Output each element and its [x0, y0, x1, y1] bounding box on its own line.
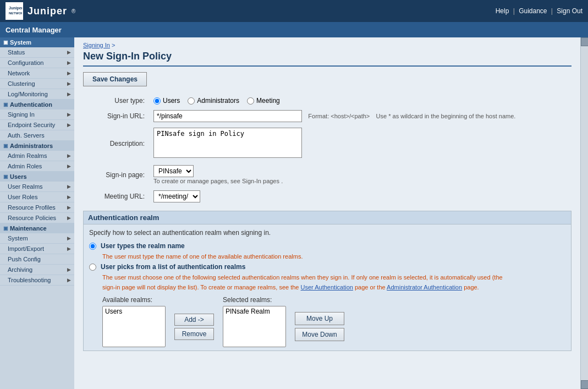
- user-type-radio-group: Users Administrators Meeting: [153, 97, 515, 105]
- realm-option2-label: User picks from a list of authentication…: [101, 263, 245, 271]
- sidebar-section-users[interactable]: Users: [0, 172, 74, 182]
- sidebar-item-auth-servers[interactable]: Auth. Servers: [0, 130, 74, 141]
- sidebar-item-network[interactable]: Network▶: [0, 68, 74, 79]
- breadcrumb-link[interactable]: Signing In: [83, 42, 110, 48]
- sidebar-item-user-roles[interactable]: User Roles▶: [0, 192, 74, 202]
- brand-name: Juniper: [28, 6, 67, 17]
- sidebar-item-user-realms[interactable]: User Realms▶: [0, 182, 74, 192]
- remove-button[interactable]: Remove: [174, 328, 214, 340]
- guidance-link[interactable]: Guidance: [519, 7, 547, 15]
- sidebar-item-configuration[interactable]: Configuration▶: [0, 58, 74, 68]
- svg-text:Juniper: Juniper: [9, 6, 22, 10]
- logo-box: Juniper NETWORKS: [6, 2, 23, 20]
- description-label: Description:: [83, 125, 149, 162]
- signin-pages-link[interactable]: Sign-In pages: [242, 178, 279, 184]
- radio-users[interactable]: Users: [153, 97, 180, 105]
- header: Juniper NETWORKS Juniper ® Help | Guidan…: [0, 0, 588, 22]
- main-content: Signing In > New Sign-In Policy Save Cha…: [74, 37, 580, 389]
- sidebar-item-admin-roles[interactable]: Admin Roles▶: [0, 161, 74, 172]
- user-auth-link[interactable]: User Authentication: [301, 284, 353, 291]
- realm-description: Specify how to select an authentication …: [89, 229, 565, 237]
- realm-option2-desc1: The user must choose one of the followin…: [102, 274, 565, 281]
- radio-meeting[interactable]: Meeting: [247, 97, 280, 105]
- selected-realm-item[interactable]: PINsafe Realm: [223, 306, 285, 316]
- signin-url-format: Format: <host>/<path>: [308, 113, 370, 119]
- realms-container: Available realms: Users Add -> Remove Se…: [102, 296, 565, 347]
- meeting-url-select[interactable]: */meeting/: [153, 190, 200, 202]
- add-button[interactable]: Add ->: [174, 314, 214, 326]
- add-remove-buttons: Add -> Remove: [174, 296, 214, 347]
- sidebar-item-resource-profiles[interactable]: Resource Profiles▶: [0, 202, 74, 213]
- available-realms-listbox[interactable]: Users: [102, 306, 166, 347]
- topbar-title: Central Manager: [6, 26, 62, 34]
- sidebar-item-archiving[interactable]: Archiving▶: [0, 265, 74, 275]
- signin-page-hint: To create or manage pages, see: [153, 178, 240, 184]
- signin-url-hint: Use * as wildcard in the beginning of th…: [376, 113, 516, 119]
- header-links: Help | Guidance | Sign Out: [496, 7, 582, 15]
- save-changes-button[interactable]: Save Changes: [83, 72, 147, 86]
- move-up-button[interactable]: Move Up: [295, 312, 344, 325]
- scrollbar[interactable]: [580, 37, 588, 389]
- signin-page-label: Sign-in page:: [83, 162, 149, 188]
- available-realms-container: Available realms: Users: [102, 296, 166, 347]
- realm-option2[interactable]: User picks from a list of authentication…: [89, 263, 565, 271]
- signin-page-select[interactable]: PINsafe: [153, 165, 194, 177]
- sidebar-item-troubleshooting[interactable]: Troubleshooting▶: [0, 275, 74, 286]
- logo: Juniper NETWORKS Juniper ®: [6, 2, 75, 20]
- brand-tm: ®: [72, 8, 75, 14]
- selected-realms-container: Selected realms: PINsafe Realm: [223, 296, 286, 347]
- radio-administrators[interactable]: Administrators: [188, 97, 239, 105]
- sidebar-section-authentication[interactable]: Authentication: [0, 100, 74, 109]
- form-table: User type: Users Administrators Meeting: [83, 94, 520, 205]
- user-type-label: User type:: [83, 94, 149, 107]
- sidebar-item-signing-in[interactable]: Signing In▶: [0, 109, 74, 120]
- available-realms-label: Available realms:: [102, 296, 166, 304]
- svg-text:NETWORKS: NETWORKS: [9, 12, 22, 15]
- sidebar-item-log-monitoring[interactable]: Log/Monitoring▶: [0, 89, 74, 100]
- selected-realms-label: Selected realms:: [223, 296, 286, 304]
- sidebar-item-clustering[interactable]: Clustering▶: [0, 79, 74, 89]
- sidebar-item-system[interactable]: System▶: [0, 233, 74, 244]
- help-link[interactable]: Help: [496, 7, 509, 15]
- move-buttons: Move Up Move Down: [295, 296, 344, 347]
- realm-option1-radio[interactable]: [89, 243, 96, 250]
- selected-realms-listbox[interactable]: PINsafe Realm: [223, 306, 286, 347]
- topbar: Central Manager: [0, 22, 588, 37]
- realm-option1[interactable]: User types the realm name: [89, 242, 565, 250]
- sidebar-section-administrators[interactable]: Administrators: [0, 141, 74, 151]
- signin-url-input[interactable]: [153, 110, 302, 122]
- sidebar-item-admin-realms[interactable]: Admin Realms▶: [0, 151, 74, 161]
- sidebar-section-maintenance[interactable]: Maintenance: [0, 223, 74, 233]
- meeting-url-label: Meeting URL:: [83, 188, 149, 205]
- sidebar-item-resource-policies[interactable]: Resource Policies▶: [0, 213, 74, 223]
- sidebar-item-endpoint-security[interactable]: Endpoint Security▶: [0, 120, 74, 130]
- realm-option2-radio[interactable]: [89, 264, 96, 271]
- available-realm-item[interactable]: Users: [103, 306, 165, 316]
- realm-option1-desc: The user must type the name of one of th…: [102, 253, 565, 260]
- sidebar-item-push-config[interactable]: Push Config: [0, 254, 74, 265]
- sidebar-item-status[interactable]: Status▶: [0, 47, 74, 58]
- breadcrumb: Signing In >: [83, 42, 571, 48]
- realm-section: Authentication realm Specify how to sele…: [83, 211, 571, 351]
- move-down-button[interactable]: Move Down: [295, 328, 344, 341]
- description-textarea[interactable]: PINsafe sign in Policy: [153, 128, 302, 158]
- signin-url-label: Sign-in URL:: [83, 107, 149, 125]
- sidebar-item-import-export[interactable]: Import/Export▶: [0, 244, 74, 254]
- realm-option1-label: User types the realm name: [101, 242, 185, 250]
- realm-section-title: Authentication realm: [84, 211, 571, 224]
- sidebar: System Status▶ Configuration▶ Network▶ C…: [0, 37, 74, 389]
- layout: System Status▶ Configuration▶ Network▶ C…: [0, 37, 588, 389]
- realm-option2-desc2: sign-in page will not display the list).…: [102, 284, 565, 291]
- admin-auth-link[interactable]: Administrator Authentication: [387, 284, 462, 291]
- page-title: New Sign-In Policy: [83, 51, 571, 67]
- sidebar-section-system[interactable]: System: [0, 37, 74, 47]
- signout-link[interactable]: Sign Out: [557, 7, 582, 15]
